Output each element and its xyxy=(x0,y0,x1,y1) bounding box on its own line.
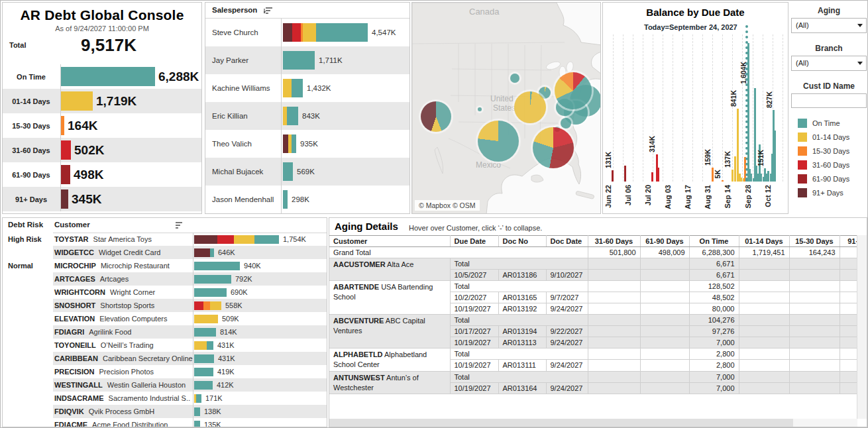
bar-segment[interactable] xyxy=(283,51,315,70)
aging-bar[interactable] xyxy=(61,165,70,184)
due-date-bar[interactable] xyxy=(651,172,653,182)
bar-segment[interactable] xyxy=(194,288,227,297)
due-date-bar[interactable] xyxy=(740,178,742,182)
customer-row[interactable]: INDSACRAMESacramento Industrial S..171K xyxy=(3,392,327,405)
due-date-bar[interactable] xyxy=(750,174,752,182)
column-header[interactable]: 91+ xyxy=(840,236,857,247)
vertical-scrollbar[interactable] xyxy=(857,235,867,419)
salesperson-row[interactable]: Jay Parker1,711K xyxy=(205,46,409,74)
legend-item[interactable]: On Time xyxy=(798,116,868,130)
map-pie-mark[interactable] xyxy=(561,118,571,129)
customer-row[interactable]: ELEVATIONElevation Computers509K xyxy=(3,312,327,325)
legend-item[interactable]: 31-60 Days xyxy=(798,158,868,172)
customer-total-row[interactable]: ABARTENDE USA Bartending SchoolTotal128,… xyxy=(329,281,857,292)
bar-segment[interactable] xyxy=(194,235,217,244)
bar-segment[interactable] xyxy=(283,23,292,42)
aging-bar[interactable] xyxy=(61,116,64,135)
bar-segment[interactable] xyxy=(194,275,231,284)
bar-segment[interactable] xyxy=(196,394,201,403)
customer-row[interactable]: CARIBBEANCaribbean Secretary Online431K xyxy=(3,352,327,365)
legend-item[interactable]: 61-90 Days xyxy=(798,172,868,186)
customer-total-row[interactable]: ANTUNSWEST Antun’s of WestchesterTotal7,… xyxy=(329,371,857,382)
bar-segment[interactable] xyxy=(203,301,210,310)
column-header[interactable]: On Time xyxy=(689,236,739,247)
scrollbar-thumb[interactable] xyxy=(329,419,793,427)
chart-plot-area[interactable]: 131K314K159K5K137K841K1,604K151K827K xyxy=(607,34,785,182)
legend-item[interactable]: 15-30 Days xyxy=(798,144,868,158)
bar-segment[interactable] xyxy=(194,315,218,323)
map-pie-mark[interactable] xyxy=(514,91,546,123)
bar-segment[interactable] xyxy=(292,134,296,153)
aging-summary-row[interactable]: On Time6,288K xyxy=(3,64,201,89)
customer-row[interactable]: PRECISIONPrecision Photos419K xyxy=(3,365,327,378)
customer-row[interactable]: WESTINGALLWestin Galleria Houston412K xyxy=(3,378,327,392)
bar-segment[interactable] xyxy=(316,23,368,42)
customer-row[interactable]: High RiskTOYSTARStar America Toys1,754K xyxy=(3,233,327,246)
bar-segment[interactable] xyxy=(207,341,213,350)
bar-segment[interactable] xyxy=(194,248,210,257)
customer-row[interactable]: SNOSHORTShortstop Sports558K xyxy=(3,299,327,312)
customer-row[interactable]: WRIGHTCORNWright Corner690K xyxy=(3,286,327,299)
bar-segment[interactable] xyxy=(194,354,214,363)
aging-bar[interactable] xyxy=(61,91,93,111)
bar-segment[interactable] xyxy=(194,407,200,416)
column-header[interactable]: 31-60 Days xyxy=(588,236,640,247)
horizontal-scrollbar[interactable] xyxy=(329,419,857,427)
branch-filter-dropdown[interactable]: (All) xyxy=(791,56,867,71)
customer-row[interactable]: NormalMICROCHIPMicrochip Restaurant940K xyxy=(3,259,327,272)
column-header[interactable]: Doc Date xyxy=(546,236,588,247)
sort-descending-icon[interactable] xyxy=(264,6,273,18)
bar-segment[interactable] xyxy=(194,301,203,310)
bar-segment[interactable] xyxy=(217,235,234,244)
customer-row[interactable]: ARTCAGESArtcages792K xyxy=(3,272,327,286)
bar-segment[interactable] xyxy=(292,23,301,42)
aging-bar[interactable] xyxy=(61,67,155,86)
salesperson-row[interactable]: Eric Killian843K xyxy=(205,102,409,130)
aging-bar[interactable] xyxy=(61,140,71,160)
column-header[interactable]: Doc No xyxy=(498,236,546,247)
salesperson-row[interactable]: Michal Bujacek569K xyxy=(205,158,409,186)
bar-segment[interactable] xyxy=(287,107,298,125)
customer-cell[interactable]: AACUSTOMER Alta Ace xyxy=(329,258,450,281)
customer-total-row[interactable]: AACUSTOMER Alta AceTotal6,671 xyxy=(329,258,857,270)
customer-total-row[interactable]: ABCVENTURE ABC Capital VenturesTotal104,… xyxy=(329,315,857,326)
aging-summary-row[interactable]: 91+ Days345K xyxy=(3,187,201,211)
due-date-bar[interactable] xyxy=(737,109,739,182)
salesperson-row[interactable]: Jason Mendenhall298K xyxy=(205,186,409,213)
bar-segment[interactable] xyxy=(194,328,216,337)
column-header[interactable]: Due Date xyxy=(450,236,498,247)
due-date-bar[interactable] xyxy=(657,168,659,182)
customer-cell[interactable]: ANTUNSWEST Antun’s of Westchester xyxy=(329,371,450,394)
map-pie-mark[interactable] xyxy=(478,107,482,111)
bar-segment[interactable] xyxy=(210,248,214,257)
customer-row[interactable]: FDIAGRIAgrilink Food814K xyxy=(3,325,327,339)
customer-cell[interactable]: ABCVENTURE ABC Capital Ventures xyxy=(329,315,450,348)
map-attribution[interactable]: © Mapbox © OSM xyxy=(415,200,480,211)
customer-total-row[interactable]: ALPHABETLD Alphabetland School CenterTot… xyxy=(329,348,857,360)
due-date-bar[interactable] xyxy=(734,156,736,182)
map-pie-mark[interactable] xyxy=(421,101,451,132)
aging-summary-row[interactable]: 61-90 Days498K xyxy=(3,162,201,187)
aging-summary-row[interactable]: 01-14 Days1,719K xyxy=(3,89,201,113)
customer-cell[interactable]: ALPHABETLD Alphabetland School Center xyxy=(329,348,450,372)
cust-id-name-input[interactable] xyxy=(791,93,867,108)
salesperson-row[interactable]: Theo Valich935K xyxy=(205,130,409,158)
customer-row[interactable]: WIDGETCCWidget Credit Card646K xyxy=(3,246,327,259)
due-date-bar[interactable] xyxy=(722,180,724,182)
bar-segment[interactable] xyxy=(234,235,254,244)
customer-row[interactable]: FDIQVIKQvik Process GmbH138K xyxy=(3,405,327,418)
salesperson-row[interactable]: Kachine Williams1,432K xyxy=(205,74,409,102)
bar-segment[interactable] xyxy=(283,190,288,209)
salesperson-row[interactable]: Steve Church4,547K xyxy=(205,19,409,46)
customer-row[interactable]: TOYONEILLO’Neill’s Trading431K xyxy=(3,339,327,352)
column-header[interactable]: 61-90 Days xyxy=(640,236,689,247)
grand-total-row[interactable]: Grand Total501,800498,0096,288,3001,719,… xyxy=(329,247,857,258)
map-pie-mark[interactable] xyxy=(478,121,519,162)
bar-segment[interactable] xyxy=(194,381,213,390)
legend-item[interactable]: 01-14 Days xyxy=(798,130,868,144)
sort-descending-icon[interactable] xyxy=(174,221,183,233)
bar-segment[interactable] xyxy=(303,23,316,42)
bar-segment[interactable] xyxy=(283,79,292,97)
legend-item[interactable]: 91+ Days xyxy=(798,186,868,199)
aging-summary-row[interactable]: 31-60 Days502K xyxy=(3,138,201,162)
